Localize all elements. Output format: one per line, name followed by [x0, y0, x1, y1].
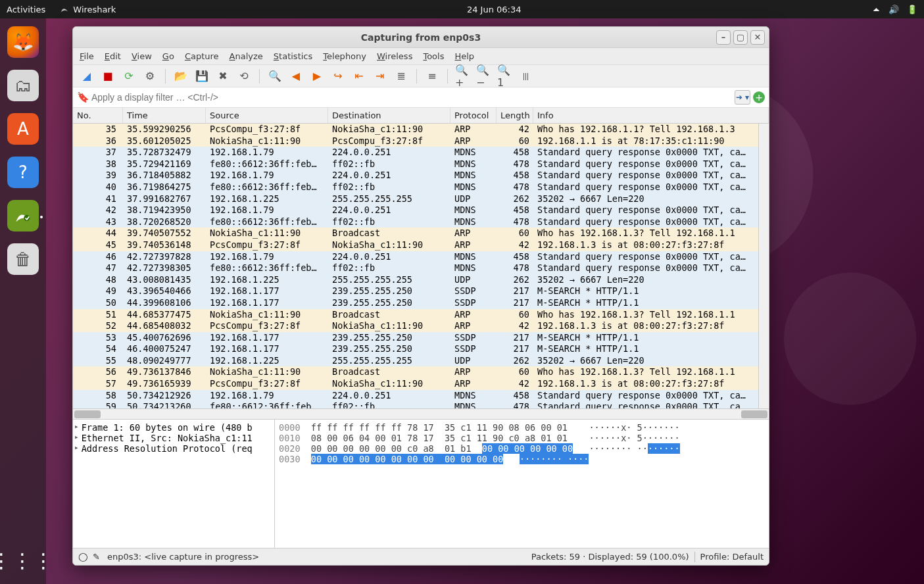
packet-bytes-pane[interactable]: 0000 ff ff ff ff ff ff 78 17 35 c1 11 90…: [275, 420, 769, 548]
find-packet-icon[interactable]: 🔍: [266, 68, 283, 85]
zoom-reset-icon[interactable]: 🔍1: [497, 68, 514, 85]
capture-options-icon[interactable]: ⚙: [141, 68, 158, 85]
table-row[interactable]: 5850.734212926192.168.1.79224.0.0.251MDN…: [73, 390, 758, 402]
close-file-icon[interactable]: ✖: [214, 68, 231, 85]
table-row[interactable]: 4238.719423950192.168.1.79224.0.0.251MDN…: [73, 205, 758, 216]
dock-help[interactable]: ?: [7, 157, 39, 188]
stop-capture-icon[interactable]: ■: [99, 68, 116, 85]
colorize-icon[interactable]: ≡: [424, 68, 441, 85]
packet-list-hscroll[interactable]: [73, 408, 769, 419]
maximize-button[interactable]: ▢: [733, 30, 748, 45]
col-header-no[interactable]: No.: [73, 108, 123, 123]
reload-icon[interactable]: ⟲: [235, 68, 253, 85]
table-row[interactable]: 5044.399608106192.168.1.177239.255.255.2…: [73, 297, 758, 309]
packet-list-body[interactable]: 3535.599290256PcsCompu_f3:27:8fNokiaSha_…: [73, 124, 758, 408]
clock[interactable]: 24 Jun 06:34: [116, 5, 872, 14]
table-row[interactable]: 3535.599290256PcsCompu_f3:27:8fNokiaSha_…: [73, 124, 758, 135]
table-row[interactable]: 4539.740536148PcsCompu_f3:27:8fNokiaSha_…: [73, 239, 758, 251]
col-header-protocol[interactable]: Protocol: [450, 108, 497, 123]
open-file-icon[interactable]: 📂: [172, 68, 189, 85]
volume-icon[interactable]: 🔊: [888, 5, 899, 14]
table-row[interactable]: 5446.400075247192.168.1.177239.255.255.2…: [73, 343, 758, 355]
close-button[interactable]: ✕: [750, 30, 765, 45]
packet-details-pane[interactable]: ▸Frame 1: 60 bytes on wire (480 b▸Ethern…: [73, 420, 275, 548]
edit-capture-comment-icon[interactable]: ✎: [93, 552, 103, 562]
display-filter-input[interactable]: [91, 92, 732, 103]
menu-tools[interactable]: Tools: [423, 51, 444, 61]
bytes-row[interactable]: 0030 00 00 00 00 00 00 00 00 00 00 00 00…: [279, 454, 765, 464]
table-row[interactable]: 3735.728732479192.168.1.79224.0.0.251MDN…: [73, 147, 758, 158]
table-row[interactable]: 5548.090249777192.168.1.225255.255.255.2…: [73, 355, 758, 367]
go-to-packet-icon[interactable]: ↪: [329, 68, 347, 85]
save-file-icon[interactable]: 💾: [193, 68, 210, 85]
network-icon[interactable]: ⏶: [872, 5, 881, 14]
table-row[interactable]: 4642.727397828192.168.1.79224.0.0.251MDN…: [73, 251, 758, 263]
dock-show-apps[interactable]: ⋮⋮⋮: [0, 549, 55, 572]
dock-trash[interactable]: 🗑: [7, 243, 39, 275]
menu-wireless[interactable]: Wireless: [377, 51, 412, 61]
col-header-source[interactable]: Source: [206, 108, 328, 123]
menu-edit[interactable]: Edit: [105, 51, 121, 61]
dock-firefox[interactable]: 🦊: [7, 26, 39, 58]
table-row[interactable]: 4439.740507552NokiaSha_c1:11:90Broadcast…: [73, 228, 758, 239]
bytes-row[interactable]: 0020 00 00 00 00 00 00 c0 a8 01 b1 00 00…: [279, 443, 765, 454]
zoom-out-icon[interactable]: 🔍−: [475, 68, 493, 85]
battery-icon[interactable]: 🔋: [907, 5, 917, 14]
menu-view[interactable]: View: [132, 51, 152, 61]
bytes-row[interactable]: 0000 ff ff ff ff ff ff 78 17 35 c1 11 90…: [279, 422, 765, 433]
table-row[interactable]: 5649.736137846NokiaSha_c1:11:90Broadcast…: [73, 366, 758, 378]
start-capture-icon[interactable]: ◢: [78, 68, 95, 85]
tree-item[interactable]: ▸Frame 1: 60 bytes on wire (480 b: [74, 422, 273, 433]
titlebar[interactable]: Capturing from enp0s3 – ▢ ✕: [73, 27, 769, 48]
col-header-time[interactable]: Time: [123, 108, 206, 123]
menu-go[interactable]: Go: [162, 51, 174, 61]
tree-item[interactable]: ▸Address Resolution Protocol (req: [74, 443, 273, 454]
resize-columns-icon[interactable]: ⫼: [518, 68, 535, 85]
app-menu[interactable]: Wireshark: [60, 5, 116, 14]
dock-wireshark[interactable]: [7, 200, 39, 231]
table-row[interactable]: 4338.720268520fe80::6612:36ff:feb…ff02::…: [73, 216, 758, 228]
col-header-length[interactable]: Length: [497, 108, 533, 123]
table-row[interactable]: 3635.601205025NokiaSha_c1:11:90PcsCompu_…: [73, 135, 758, 147]
table-row[interactable]: 4742.727398305fe80::6612:36ff:feb…ff02::…: [73, 262, 758, 274]
expert-info-icon[interactable]: ◯: [78, 552, 89, 562]
table-row[interactable]: 5749.736165939PcsCompu_f3:27:8fNokiaSha_…: [73, 378, 758, 390]
dock-software[interactable]: A: [7, 113, 39, 145]
tree-item[interactable]: ▸Ethernet II, Src: NokiaSha_c1:11: [74, 433, 273, 443]
table-row[interactable]: 5950.734213260fe80::6612:36ff:feb…ff02::…: [73, 401, 758, 408]
menu-analyze[interactable]: Analyze: [230, 51, 263, 61]
menu-statistics[interactable]: Statistics: [274, 51, 312, 61]
bookmark-icon[interactable]: 🔖: [77, 91, 89, 103]
packet-list-scrollbar[interactable]: [758, 124, 769, 408]
go-back-icon[interactable]: ◀: [287, 68, 304, 85]
col-header-info[interactable]: Info: [533, 108, 769, 123]
filter-apply-button[interactable]: ➔ ▾: [735, 90, 750, 105]
table-row[interactable]: 4036.719864275fe80::6612:36ff:feb…ff02::…: [73, 182, 758, 193]
col-header-destination[interactable]: Destination: [328, 108, 450, 123]
table-row[interactable]: 4843.008081435192.168.1.225255.255.255.2…: [73, 274, 758, 286]
activities-button[interactable]: Activities: [7, 5, 45, 14]
minimize-button[interactable]: –: [716, 30, 731, 45]
table-row[interactable]: 4137.991682767192.168.1.225255.255.255.2…: [73, 193, 758, 205]
bytes-row[interactable]: 0010 08 00 06 04 00 01 78 17 35 c1 11 90…: [279, 433, 765, 443]
table-row[interactable]: 4943.396540466192.168.1.177239.255.255.2…: [73, 285, 758, 297]
packet-list-header[interactable]: No. Time Source Destination Protocol Len…: [73, 108, 769, 124]
menu-file[interactable]: File: [80, 51, 94, 61]
table-row[interactable]: 5345.400762696192.168.1.177239.255.255.2…: [73, 332, 758, 344]
table-row[interactable]: 3835.729421169fe80::6612:36ff:feb…ff02::…: [73, 158, 758, 170]
go-first-icon[interactable]: ⇤: [351, 68, 368, 85]
menu-capture[interactable]: Capture: [185, 51, 219, 61]
dock-files[interactable]: 🗂: [7, 70, 39, 101]
table-row[interactable]: 5244.685408032PcsCompu_f3:27:8fNokiaSha_…: [73, 320, 758, 332]
filter-add-button[interactable]: +: [753, 91, 765, 103]
zoom-in-icon[interactable]: 🔍+: [454, 68, 472, 85]
table-row[interactable]: 3936.718405882192.168.1.79224.0.0.251MDN…: [73, 170, 758, 182]
table-row[interactable]: 5144.685377475NokiaSha_c1:11:90Broadcast…: [73, 309, 758, 321]
menu-help[interactable]: Help: [454, 51, 474, 61]
go-forward-icon[interactable]: ▶: [308, 68, 326, 85]
restart-capture-icon[interactable]: ⟳: [120, 68, 137, 85]
auto-scroll-icon[interactable]: ≣: [393, 68, 410, 85]
menu-telephony[interactable]: Telephony: [323, 51, 366, 61]
go-last-icon[interactable]: ⇥: [372, 68, 389, 85]
status-profile[interactable]: Profile: Default: [700, 552, 764, 562]
